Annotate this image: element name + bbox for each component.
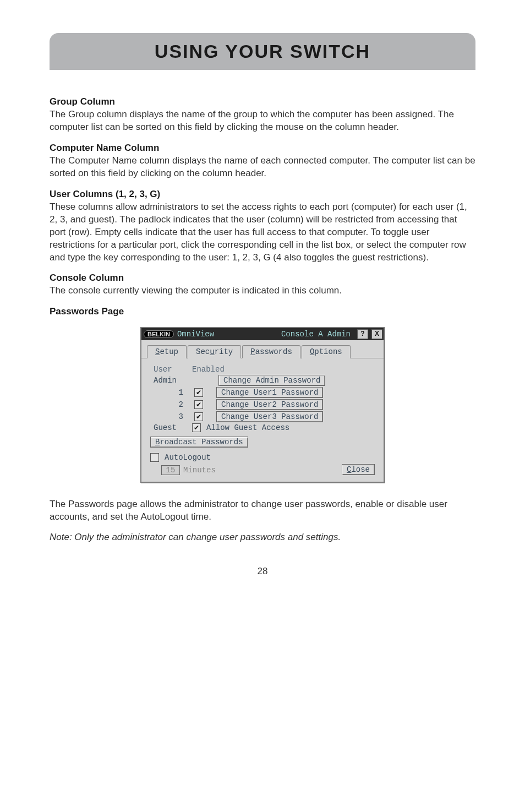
text-console-column: The console currently viewing the comput… [50, 285, 475, 297]
row-user1-label: 1 [150, 388, 189, 397]
row-admin-label: Admin [150, 376, 187, 385]
heading-user-columns: User Columns (1, 2, 3, G) [50, 189, 475, 200]
passwords-dialog: BELKIN OmniView Console A Admin ? X Setu… [140, 327, 385, 483]
tab-options[interactable]: Options [302, 345, 351, 358]
heading-group-column: Group Column [50, 96, 475, 107]
text-passwords-description: The Passwords page allows the administra… [50, 498, 475, 524]
header-user: User [150, 365, 187, 374]
allow-guest-access-checkbox[interactable] [192, 423, 201, 432]
autologout-minutes-input[interactable]: 15 [161, 465, 180, 475]
row-guest-label: Guest [150, 423, 187, 432]
close-x-button[interactable]: X [371, 329, 382, 339]
user1-enabled-checkbox[interactable] [194, 388, 203, 397]
tab-passwords[interactable]: Passwords [242, 345, 300, 358]
belkin-logo: BELKIN [144, 330, 174, 338]
heading-computer-name-column: Computer Name Column [50, 143, 475, 154]
heading-console-column: Console Column [50, 273, 475, 284]
close-button[interactable]: Close [342, 464, 375, 475]
text-group-column: The Group column displays the name of th… [50, 108, 475, 134]
page-banner: USING YOUR SWITCH [50, 33, 475, 70]
tab-setup-rest: etup [160, 347, 178, 356]
autologout-minutes-unit: Minutes [183, 466, 216, 475]
tab-security[interactable]: Security [188, 345, 241, 358]
allow-guest-access-label: Allow Guest Access [206, 423, 289, 432]
tab-setup[interactable]: Setup [147, 345, 187, 358]
product-name: OmniView [177, 330, 214, 339]
row-user3-label: 3 [150, 412, 189, 421]
user3-enabled-checkbox[interactable] [194, 412, 203, 421]
broadcast-passwords-button[interactable]: Broadcast Passwords [150, 437, 248, 448]
text-user-columns: These columns allow administrators to se… [50, 201, 475, 264]
autologout-checkbox[interactable] [150, 453, 159, 462]
dialog-tabs: Setup Security Passwords Options [141, 340, 384, 358]
dialog-titlebar: BELKIN OmniView Console A Admin ? X [141, 328, 384, 340]
header-enabled: Enabled [192, 365, 225, 374]
heading-passwords-page: Passwords Page [50, 306, 475, 317]
change-user3-password-button[interactable]: Change User3 Password [216, 411, 323, 422]
user2-enabled-checkbox[interactable] [194, 400, 203, 409]
change-user2-password-button[interactable]: Change User2 Password [216, 399, 323, 410]
autologout-label: AutoLogout [165, 453, 211, 462]
page-number: 28 [50, 566, 475, 577]
change-admin-password-button[interactable]: Change Admin Password [218, 375, 325, 386]
help-button[interactable]: ? [357, 329, 368, 339]
console-label: Console A Admin [281, 330, 351, 339]
change-user1-password-button[interactable]: Change User1 Password [216, 387, 323, 398]
text-note: Note: Only the administrator can change … [50, 531, 475, 544]
banner-title: USING YOUR SWITCH [50, 41, 475, 62]
text-computer-name-column: The Computer Name column displays the na… [50, 155, 475, 180]
row-user2-label: 2 [150, 400, 189, 409]
